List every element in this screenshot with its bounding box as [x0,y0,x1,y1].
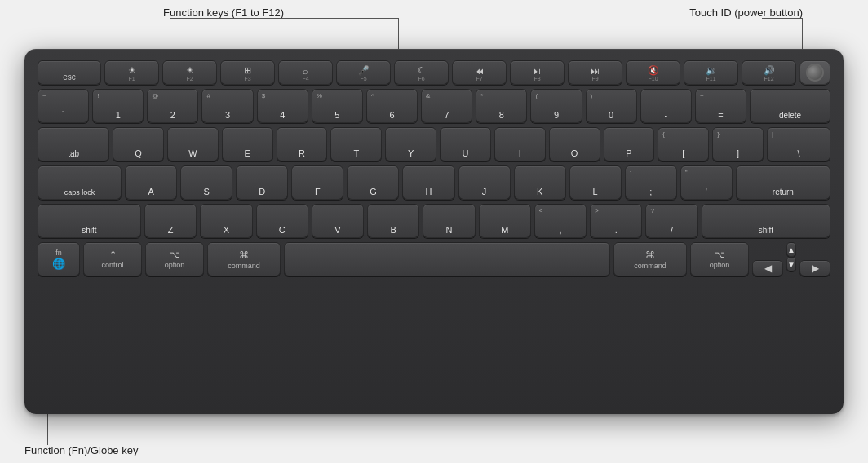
r-key[interactable]: R [277,127,328,161]
f5-key[interactable]: 🎤 F5 [336,60,391,85]
bottom-row: fn 🌐 ⌃ control ⌥ option ⌘ command [38,242,830,276]
f4-key[interactable]: ⌕ F4 [278,60,333,85]
i-key[interactable]: I [494,127,546,161]
z-key[interactable]: Z [144,204,197,238]
f2-key[interactable]: ☀ F2 [162,60,217,85]
f12-key[interactable]: 🔊 F12 [742,60,796,85]
o-key[interactable]: O [549,127,600,161]
t-key[interactable]: T [330,127,382,161]
touch-id-label: Touch ID (power button) [689,7,803,19]
fn-globe-line [47,414,48,445]
f3-key[interactable]: ⊞ F3 [220,60,275,85]
f6-key[interactable]: ☾ F6 [394,60,449,85]
e-key[interactable]: E [222,127,273,161]
7-key[interactable]: & 7 [421,89,472,123]
left-command-key[interactable]: ⌘ command [207,242,281,276]
f-key[interactable]: F [291,165,343,200]
g-key[interactable]: G [347,165,399,200]
1-key[interactable]: ! 1 [92,89,144,123]
5-key[interactable]: % 5 [312,89,363,123]
backtick-key[interactable]: ~ ` [38,89,89,123]
y-key[interactable]: Y [385,127,436,161]
h-key[interactable]: H [402,165,454,200]
control-key[interactable]: ⌃ control [83,242,142,276]
backslash-key[interactable]: | \ [767,127,830,161]
k-key[interactable]: K [514,165,566,200]
quote-key[interactable]: " ' [680,165,733,200]
return-key[interactable]: return [736,165,830,200]
comma-key[interactable]: < , [534,204,587,238]
equals-key[interactable]: + = [695,89,746,123]
right-command-key[interactable]: ⌘ command [613,242,687,276]
caps-lock-key[interactable]: caps lock [38,165,122,200]
n-key[interactable]: N [423,204,475,238]
up-arrow-key[interactable]: ▲ [786,242,796,257]
f10-key[interactable]: 🔇 F10 [626,60,680,85]
right-option-key[interactable]: ⌥ option [690,242,749,276]
left-bracket-key[interactable]: { [ [658,127,709,161]
6-key[interactable]: ^ 6 [366,89,418,123]
function-keys-label: Function keys (F1 to F12) [163,7,284,19]
x-key[interactable]: X [200,204,252,238]
c-key[interactable]: C [256,204,308,238]
keyboard-wrapper: esc ☀ F1 ☀ F2 ⊞ F3 ⌕ F4 🎤 F5 [24,49,844,414]
touch-id-circle [806,64,824,82]
function-keys-line-r [398,18,399,49]
right-shift-key[interactable]: shift [702,204,830,238]
period-key[interactable]: > . [590,204,642,238]
w-key[interactable]: W [167,127,219,161]
v-key[interactable]: V [312,204,364,238]
function-keys-line-h [170,18,398,19]
fn-globe-label: Function (Fn)/Globe key [24,444,138,456]
number-row: ~ ` ! 1 @ 2 # 3 $ 4 % 5 [38,89,830,123]
d-key[interactable]: D [236,165,288,200]
f7-key[interactable]: ⏮ F7 [452,60,507,85]
f9-key[interactable]: ⏭ F9 [568,60,622,85]
function-keys-line [170,18,170,49]
u-key[interactable]: U [440,127,491,161]
z-row: shift Z X C V B N M < , > . ? / shift [38,204,830,238]
j-key[interactable]: J [458,165,511,200]
touch-id-line-h [762,18,803,19]
right-bracket-key[interactable]: } ] [712,127,764,161]
q-key[interactable]: Q [113,127,164,161]
esc-key[interactable]: esc [38,60,101,85]
left-arrow-key[interactable]: ◀ [752,260,783,276]
function-row: esc ☀ F1 ☀ F2 ⊞ F3 ⌕ F4 🎤 F5 [38,60,830,85]
2-key[interactable]: @ 2 [147,89,198,123]
m-key[interactable]: M [479,204,531,238]
tab-key[interactable]: tab [38,127,109,161]
s-key[interactable]: S [180,165,232,200]
down-arrow-key[interactable]: ▼ [786,257,796,271]
keyboard: esc ☀ F1 ☀ F2 ⊞ F3 ⌕ F4 🎤 F5 [24,49,844,414]
8-key[interactable]: * 8 [476,89,527,123]
9-key[interactable]: ( 9 [530,89,582,123]
3-key[interactable]: # 3 [202,89,253,123]
f11-key[interactable]: 🔉 F11 [684,60,738,85]
right-arrow-key[interactable]: ▶ [799,260,830,276]
up-down-arrow-group: ▲ ▼ [786,242,796,276]
f1-key[interactable]: ☀ F1 [104,60,159,85]
b-key[interactable]: B [367,204,419,238]
4-key[interactable]: $ 4 [257,89,308,123]
semicolon-key[interactable]: : ; [625,165,677,200]
slash-key[interactable]: ? / [645,204,698,238]
f8-key[interactable]: ⏯ F8 [510,60,565,85]
a-row: caps lock A S D F G H J K L : ; " ' retu… [38,165,830,200]
delete-key[interactable]: delete [750,89,830,123]
left-shift-key[interactable]: shift [38,204,141,238]
space-key[interactable] [284,242,610,276]
a-key[interactable]: A [125,165,177,200]
0-key[interactable]: ) 0 [586,89,637,123]
minus-key[interactable]: _ - [640,89,692,123]
p-key[interactable]: P [604,127,655,161]
q-row: tab Q W E R T Y U I O P { [ } ] | \ [38,127,830,161]
touch-id-key[interactable] [799,60,830,85]
fn-globe-key[interactable]: fn 🌐 [38,242,80,276]
touch-id-line [802,18,803,49]
left-option-key[interactable]: ⌥ option [145,242,204,276]
l-key[interactable]: L [569,165,622,200]
